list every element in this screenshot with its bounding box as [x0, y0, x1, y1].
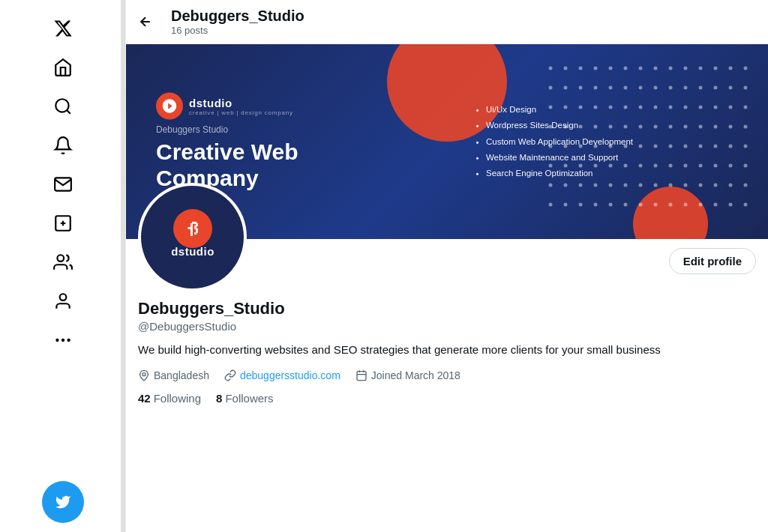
svg-point-9 — [61, 339, 64, 342]
svg-point-77 — [669, 145, 673, 148]
svg-point-24 — [714, 67, 718, 70]
svg-point-117 — [639, 203, 643, 207]
svg-point-112 — [564, 203, 568, 207]
location-meta: Bangladesh — [138, 369, 209, 381]
website-meta: debuggersstudio.com — [224, 369, 340, 381]
svg-point-53 — [729, 106, 733, 109]
svg-point-118 — [654, 203, 658, 207]
banner-company-name: Debuggers Studio — [156, 124, 298, 135]
joined-text: Joined March 2018 — [371, 369, 460, 381]
scrollbar[interactable] — [121, 0, 125, 532]
profile-nav-icon[interactable] — [45, 283, 81, 319]
svg-point-93 — [699, 164, 703, 168]
calendar-icon — [356, 369, 368, 381]
svg-point-19 — [639, 67, 643, 70]
followers-stat[interactable]: 8 Followers — [216, 392, 274, 405]
x-logo-icon[interactable] — [45, 10, 81, 46]
followers-count: 8 — [216, 392, 222, 405]
profile-section: ꟗ dstudio Edit profile Debuggers_Studio … — [126, 239, 768, 405]
svg-point-101 — [609, 184, 613, 187]
svg-point-28 — [564, 86, 568, 90]
svg-point-49 — [669, 106, 673, 109]
svg-point-51 — [699, 106, 703, 109]
banner-logo-text-block: dstudio creative | web | design company — [189, 97, 293, 116]
search-icon[interactable] — [45, 88, 81, 124]
svg-point-95 — [729, 164, 733, 168]
compose-button[interactable] — [42, 481, 84, 523]
svg-point-26 — [744, 67, 748, 70]
banner-text-area: dstudio creative | web | design company … — [156, 93, 298, 191]
svg-point-13 — [549, 67, 553, 70]
header-username: Debuggers_Studio — [171, 7, 304, 25]
edit-profile-button[interactable]: Edit profile — [669, 248, 756, 274]
header-post-count: 16 posts — [171, 25, 304, 36]
svg-point-105 — [669, 184, 673, 187]
back-button[interactable] — [138, 14, 153, 29]
more-icon[interactable] — [45, 322, 81, 358]
link-icon — [224, 369, 236, 381]
svg-point-103 — [639, 184, 643, 187]
svg-text:dstudio: dstudio — [171, 245, 214, 258]
compose-icon[interactable] — [45, 205, 81, 241]
svg-point-40 — [744, 86, 748, 90]
svg-point-110 — [744, 184, 748, 187]
svg-point-64 — [684, 125, 688, 129]
svg-point-76 — [654, 145, 658, 148]
svg-point-36 — [684, 86, 688, 90]
home-icon[interactable] — [45, 49, 81, 85]
svg-point-92 — [684, 164, 688, 168]
following-stat[interactable]: 42 Following — [138, 392, 201, 405]
svg-point-63 — [669, 125, 673, 129]
svg-point-75 — [639, 145, 643, 148]
svg-point-6 — [57, 255, 64, 262]
svg-point-22 — [684, 67, 688, 70]
svg-point-78 — [684, 145, 688, 148]
svg-point-31 — [609, 86, 613, 90]
svg-point-66 — [714, 125, 718, 129]
svg-point-100 — [594, 184, 598, 187]
svg-point-61 — [639, 125, 643, 129]
svg-point-7 — [59, 294, 66, 300]
svg-point-102 — [624, 184, 628, 187]
svg-point-79 — [699, 145, 703, 148]
svg-point-23 — [699, 67, 703, 70]
communities-icon[interactable] — [45, 244, 81, 280]
svg-point-38 — [714, 86, 718, 90]
svg-point-113 — [579, 203, 583, 207]
svg-point-68 — [744, 125, 748, 129]
svg-point-128 — [142, 372, 146, 375]
svg-point-20 — [654, 67, 658, 70]
svg-rect-129 — [357, 371, 366, 380]
avatar: ꟗ dstudio — [141, 186, 244, 288]
notifications-icon[interactable] — [45, 127, 81, 163]
svg-line-1 — [67, 110, 70, 114]
svg-point-15 — [579, 67, 583, 70]
svg-text:ꟗ: ꟗ — [187, 217, 198, 241]
svg-point-96 — [744, 164, 748, 168]
svg-point-16 — [594, 67, 598, 70]
svg-point-97 — [549, 184, 553, 187]
svg-point-116 — [624, 203, 628, 207]
following-count: 42 — [138, 392, 151, 405]
website-link[interactable]: debuggersstudio.com — [240, 369, 340, 381]
profile-bio: We build high-converting websites and SE… — [138, 342, 663, 359]
svg-point-30 — [594, 86, 598, 90]
svg-point-52 — [714, 106, 718, 109]
svg-point-115 — [609, 203, 613, 207]
svg-point-98 — [564, 184, 568, 187]
avatar-ring: ꟗ dstudio — [138, 183, 247, 291]
svg-point-27 — [549, 86, 553, 90]
svg-point-119 — [669, 203, 673, 207]
profile-name: Debuggers_Studio — [138, 299, 756, 318]
banner-logo: dstudio creative | web | design company — [156, 93, 298, 120]
svg-point-107 — [699, 184, 703, 187]
svg-point-39 — [729, 86, 733, 90]
svg-point-121 — [699, 203, 703, 207]
svg-point-104 — [654, 184, 658, 187]
svg-point-108 — [714, 184, 718, 187]
svg-point-17 — [609, 67, 613, 70]
messages-icon[interactable] — [45, 166, 81, 202]
svg-point-80 — [714, 145, 718, 148]
svg-point-29 — [579, 86, 583, 90]
svg-point-10 — [67, 339, 70, 342]
